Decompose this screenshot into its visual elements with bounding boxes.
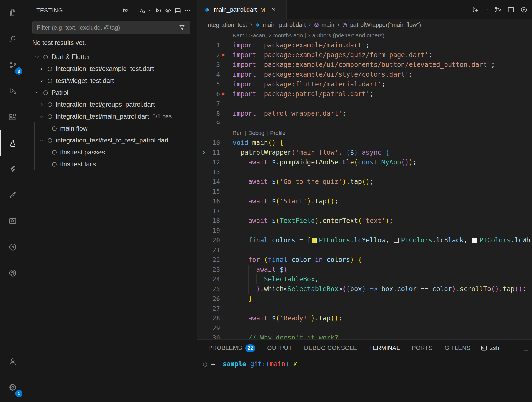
- panel-tab-gitlens[interactable]: GITLENS: [445, 340, 471, 356]
- code-line[interactable]: 5import 'package:flutter/material.dart';: [197, 79, 532, 89]
- panel-tab-problems[interactable]: PROBLEMS22: [208, 340, 255, 356]
- code-line[interactable]: 18 await $(TextField).enterText('text');: [197, 216, 532, 226]
- chevron-right-icon[interactable]: [38, 66, 46, 72]
- source-control-graph-icon[interactable]: [494, 6, 502, 14]
- close-icon[interactable]: [271, 7, 277, 13]
- activity-source-control-button[interactable]: 2: [0, 52, 25, 78]
- codelens-run-link[interactable]: Run: [233, 128, 243, 138]
- activity-run-circle-button[interactable]: [0, 234, 25, 260]
- panel-tab-output[interactable]: OUTPUT: [267, 340, 292, 356]
- test-tree-item[interactable]: integration_test/groups_patrol.dart: [25, 99, 197, 111]
- split-editor-icon[interactable]: [507, 6, 515, 14]
- code-line[interactable]: 25 ).which<SelectableBox>((box) => box.c…: [197, 284, 532, 294]
- test-tree-item[interactable]: integration_test/example_test.dart: [25, 63, 197, 75]
- test-filter-input[interactable]: [37, 24, 179, 31]
- chevron-down-icon[interactable]: [38, 137, 46, 143]
- code-line[interactable]: 17: [197, 206, 532, 216]
- test-tree-item[interactable]: main flow: [25, 122, 197, 134]
- code-line[interactable]: 2import 'package:example/pages/quiz/form…: [197, 50, 532, 60]
- code-line[interactable]: 27: [197, 304, 532, 313]
- activity-explorer-button[interactable]: [0, 0, 25, 26]
- code-line[interactable]: 13: [197, 167, 532, 177]
- code-line[interactable]: 7: [197, 99, 532, 109]
- test-output-icon[interactable]: [174, 7, 181, 14]
- filter-icon[interactable]: [179, 24, 186, 31]
- activity-inspector-button[interactable]: [0, 182, 25, 208]
- code-line[interactable]: 10void main() {: [197, 138, 532, 148]
- activity-run-debug-button[interactable]: [0, 78, 25, 104]
- test-tree-item[interactable]: this test fails: [25, 158, 197, 170]
- test-tree-item[interactable]: test/widget_test.dart: [25, 75, 197, 87]
- activity-accounts-button[interactable]: [0, 348, 25, 374]
- panel-tab-ports[interactable]: PORTS: [412, 340, 433, 356]
- codelens-profile-link[interactable]: Profile: [270, 128, 286, 138]
- code-text: }: [226, 294, 532, 304]
- run-all-tests-icon[interactable]: [122, 7, 129, 14]
- chevron-down-icon[interactable]: [34, 54, 41, 60]
- breadcrumb-item[interactable]: main: [314, 21, 335, 28]
- activity-flutter-button[interactable]: [0, 156, 25, 182]
- tab-main-patrol-dart[interactable]: main_patrol.dart M: [197, 0, 287, 19]
- panel-tab-debug-console[interactable]: DEBUG CONSOLE: [304, 340, 357, 356]
- test-tree-item[interactable]: integration_test/test_to_test_patrol.dar…: [25, 134, 197, 146]
- chevron-mini-icon[interactable]: [514, 346, 518, 350]
- add-terminal-icon[interactable]: [504, 345, 510, 351]
- tree-item-label: integration_test/example_test.dart: [56, 65, 154, 73]
- breadcrumb-item[interactable]: main_patrol.dart: [255, 21, 306, 28]
- run-test-button[interactable]: [200, 150, 206, 155]
- chevron-mini-icon[interactable]: [485, 8, 489, 12]
- code-editor[interactable]: Kamil Gacan, 2 months ago | 3 authors (p…: [197, 31, 532, 339]
- code-line[interactable]: 3import 'package:example/ui/components/b…: [197, 60, 532, 70]
- code-line[interactable]: 9: [197, 118, 532, 128]
- debug-all-tests-icon[interactable]: [138, 7, 146, 14]
- chevron-down-icon[interactable]: [34, 90, 41, 96]
- terminal-output[interactable]: ○ → sample git:(main) ✗: [197, 356, 532, 368]
- activity-screenshot-button[interactable]: [0, 208, 25, 234]
- codelens-debug-link[interactable]: Debug: [248, 128, 264, 138]
- code-line[interactable]: 11 patrolWrapper('main flow', ($) async …: [197, 148, 532, 157]
- watch-eye-icon[interactable]: [164, 7, 172, 14]
- breadcrumb-item[interactable]: patrolWrapper("main flow"): [342, 21, 421, 28]
- test-tree-item[interactable]: Dart & Flutter: [25, 51, 197, 63]
- debug-run-icon[interactable]: [472, 6, 479, 14]
- split-terminal-icon[interactable]: [523, 345, 529, 351]
- code-line[interactable]: 24 SelectableBox,: [197, 274, 532, 284]
- code-line[interactable]: 21: [197, 245, 532, 255]
- record-circle-icon[interactable]: [520, 6, 528, 14]
- code-line[interactable]: 1import 'package:example/main.dart';: [197, 40, 532, 50]
- chevron-mini-icon[interactable]: [148, 9, 152, 13]
- indent-guide: [241, 177, 241, 187]
- activity-testing-button[interactable]: [0, 130, 25, 156]
- breadcrumb-item[interactable]: integration_test: [206, 21, 247, 28]
- code-line[interactable]: 20 final colors = [PTColors.lcYellow, PT…: [197, 235, 532, 245]
- more-actions-icon[interactable]: [184, 7, 191, 14]
- chevron-right-icon[interactable]: [38, 102, 46, 108]
- code-line[interactable]: 4import 'package:example/ui/style/colors…: [197, 70, 532, 79]
- code-line[interactable]: 26 }: [197, 294, 532, 304]
- code-line[interactable]: 14 await $('Go to the quiz').tap();: [197, 177, 532, 187]
- code-line[interactable]: 30 // Why doesn't it work?: [197, 333, 532, 339]
- activity-extensions-button[interactable]: [0, 104, 25, 130]
- activity-search-button[interactable]: [0, 26, 25, 52]
- terminal-shell-selector[interactable]: zsh: [481, 345, 499, 352]
- activity-mentions-button[interactable]: @: [0, 260, 25, 286]
- panel-tab-terminal[interactable]: TERMINAL: [369, 340, 400, 356]
- chevron-right-icon[interactable]: [38, 78, 46, 84]
- code-line[interactable]: 29: [197, 323, 532, 333]
- code-line[interactable]: 23 await $(: [197, 265, 532, 274]
- test-tree-item[interactable]: integration_test/main_patrol.dart0/1 pas…: [25, 111, 197, 122]
- test-tree-item[interactable]: Patrol: [25, 87, 197, 99]
- test-tree-item[interactable]: this test passes: [25, 146, 197, 158]
- code-line[interactable]: 22 for (final color in colors) {: [197, 255, 532, 265]
- code-line[interactable]: 6import 'package:patrol/patrol.dart';: [197, 89, 532, 99]
- code-line[interactable]: 15: [197, 187, 532, 196]
- chevron-down-icon[interactable]: [38, 114, 46, 119]
- continuous-run-icon[interactable]: [155, 7, 162, 14]
- code-line[interactable]: 16 await $('Start').tap();: [197, 196, 532, 206]
- code-line[interactable]: 19: [197, 226, 532, 235]
- chevron-mini-icon[interactable]: [132, 9, 136, 13]
- code-line[interactable]: 12 await $.pumpWidgetAndSettle(const MyA…: [197, 157, 532, 167]
- code-line[interactable]: 28 await $('Ready!').tap();: [197, 313, 532, 323]
- activity-settings-button[interactable]: 1: [0, 374, 25, 400]
- code-line[interactable]: 8import 'patrol_wrapper.dart';: [197, 109, 532, 118]
